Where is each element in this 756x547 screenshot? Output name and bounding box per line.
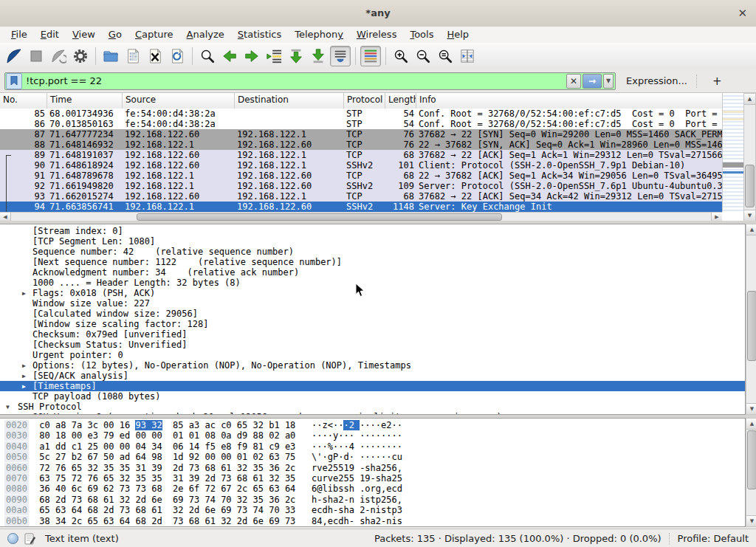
- packet-row-88[interactable]: 8871.648146932192.168.122.1192.168.122.6…: [0, 140, 722, 150]
- detail-line[interactable]: TCP payload (1080 bytes): [0, 391, 745, 402]
- scrollbar-thumb[interactable]: [137, 213, 502, 221]
- packet-row-85[interactable]: 8568.001734936fe:54:00:d4:38:2aSTP54Conf…: [0, 109, 722, 119]
- find-packet-button[interactable]: [197, 46, 218, 66]
- display-filter-field[interactable]: ✕ → ▼: [4, 72, 616, 90]
- collapse-icon[interactable]: ▼: [6, 402, 10, 412]
- scroll-down-icon[interactable]: ▼: [746, 515, 756, 526]
- detail-line[interactable]: Checksum: 0x79ed [unverified]: [0, 329, 745, 340]
- filter-dropdown-icon[interactable]: ▼: [603, 74, 614, 89]
- packet-row-92[interactable]: 9271.661949820192.168.122.1192.168.122.6…: [0, 181, 722, 191]
- hex-line[interactable]: 0020 c0 a8 7a 3c 00 16 93 32 85 a3 ac c0…: [4, 420, 745, 430]
- expand-icon[interactable]: ▶: [22, 361, 26, 371]
- menu-analyze[interactable]: Analyze: [180, 27, 231, 43]
- zoom-original-button[interactable]: [435, 46, 456, 66]
- open-file-button[interactable]: [100, 46, 121, 66]
- go-back-button[interactable]: [219, 46, 240, 66]
- zoom-out-button[interactable]: [413, 46, 433, 66]
- detail-line[interactable]: ▶[Timestamps]: [0, 381, 745, 391]
- expert-note-icon[interactable]: [24, 533, 36, 545]
- scroll-down-icon[interactable]: ▼: [746, 403, 756, 414]
- scroll-down-icon[interactable]: ▼: [744, 210, 755, 221]
- detail-line[interactable]: [Next sequence number: 1122 (relative se…: [0, 257, 745, 267]
- expand-icon[interactable]: ▶: [22, 289, 26, 298]
- packet-list-header[interactable]: No.TimeSourceDestinationProtocolLengthIn…: [0, 93, 722, 109]
- go-first-button[interactable]: [286, 46, 306, 66]
- details-vertical-scrollbar[interactable]: ▲ ▼: [746, 224, 756, 415]
- filter-apply-icon[interactable]: →: [583, 74, 602, 89]
- hex-line[interactable]: 0090 68 2d 73 68 61 32 2d 6e 69 73 74 70…: [4, 495, 745, 505]
- packet-row-93[interactable]: 9371.662015274192.168.122.60192.168.122.…: [0, 191, 722, 202]
- reload-file-button[interactable]: [167, 46, 188, 66]
- title-bar[interactable]: *any ✕: [0, 0, 756, 27]
- display-filter-input[interactable]: [23, 74, 566, 89]
- packet-row-94[interactable]: 9471.663856741192.168.122.1192.168.122.6…: [0, 202, 722, 212]
- go-forward-button[interactable]: [241, 46, 262, 66]
- packet-row-90[interactable]: 9071.648618924192.168.122.60192.168.122.…: [0, 160, 722, 171]
- profile-text[interactable]: Profile: Default: [678, 533, 749, 544]
- hex-line[interactable]: 0070 63 75 72 76 65 32 35 35 31 39 2d 73…: [4, 473, 745, 484]
- menu-telephony[interactable]: Telephony: [288, 27, 350, 43]
- menu-edit[interactable]: Edit: [34, 27, 66, 43]
- menu-wireless[interactable]: Wireless: [350, 27, 403, 43]
- detail-line[interactable]: Sequence number: 42 (relative sequence n…: [0, 247, 745, 257]
- expand-icon[interactable]: ▶: [22, 382, 26, 391]
- menu-tools[interactable]: Tools: [403, 27, 440, 43]
- hex-line[interactable]: 0040 a1 dd c1 25 00 00 04 34 06 14 f5 e8…: [4, 441, 745, 452]
- close-file-button[interactable]: [145, 46, 165, 66]
- restart-capture-button[interactable]: [48, 46, 69, 66]
- detail-line[interactable]: Window size value: 227: [0, 298, 745, 309]
- scrollbar-thumb[interactable]: [745, 165, 755, 207]
- start-capture-button[interactable]: [4, 46, 24, 66]
- auto-scroll-button[interactable]: [330, 46, 351, 66]
- menu-help[interactable]: Help: [440, 27, 475, 43]
- menu-file[interactable]: File: [4, 27, 34, 43]
- detail-line[interactable]: ▶Flags: 0x018 (PSH, ACK): [0, 288, 745, 298]
- packet-row-89[interactable]: 8971.648191037192.168.122.60192.168.122.…: [0, 150, 722, 160]
- menu-statistics[interactable]: Statistics: [231, 27, 288, 43]
- add-filter-button[interactable]: +: [707, 75, 728, 88]
- detail-line[interactable]: ▼SSH Protocol: [0, 402, 745, 412]
- hex-line[interactable]: 00a0 65 63 64 68 2d 73 68 61 32 2d 6e 69…: [4, 505, 745, 515]
- go-last-button[interactable]: [308, 46, 329, 66]
- capture-status-icon[interactable]: [7, 533, 18, 544]
- hex-line[interactable]: 0080 36 40 6c 69 62 73 73 68 2e 6f 72 67…: [4, 484, 745, 494]
- detail-line[interactable]: [Window size scaling factor: 128]: [0, 319, 745, 329]
- column-header-time[interactable]: Time: [47, 93, 123, 109]
- filter-bookmark-icon[interactable]: [6, 73, 22, 89]
- resize-columns-button[interactable]: [457, 46, 478, 66]
- packet-row-91[interactable]: 9171.648789678192.168.122.1192.168.122.6…: [0, 171, 722, 181]
- detail-line[interactable]: [Stream index: 0]: [0, 226, 745, 236]
- stop-capture-button[interactable]: [26, 46, 47, 66]
- close-window-icon[interactable]: ✕: [738, 0, 747, 27]
- scrollbar-thumb[interactable]: [747, 291, 756, 361]
- hex-line[interactable]: 0060 72 76 65 32 35 35 31 39 2d 73 68 61…: [4, 463, 745, 473]
- detail-line[interactable]: ▶Options: (12 bytes), No-Operation (NOP)…: [0, 360, 745, 371]
- detail-line[interactable]: Urgent pointer: 0: [0, 350, 745, 360]
- go-to-packet-button[interactable]: [264, 46, 284, 66]
- hex-line[interactable]: 00b0 38 34 2c 65 63 64 68 2d 73 68 61 32…: [4, 516, 745, 526]
- hex-line[interactable]: 0050 5c 27 b2 67 50 ad 64 98 1d 92 00 00…: [4, 452, 745, 462]
- column-header-destination[interactable]: Destination: [235, 93, 344, 109]
- capture-options-button[interactable]: [70, 46, 91, 66]
- detail-line[interactable]: Acknowledgment number: 34 (relative ack …: [0, 267, 745, 278]
- scrollbar-thumb[interactable]: [747, 430, 756, 489]
- bytes-vertical-scrollbar[interactable]: ▲ ▼: [746, 418, 756, 527]
- intelligent-scrollbar-minimap[interactable]: [722, 93, 743, 212]
- detail-line[interactable]: ▶[SEQ/ACK analysis]: [0, 371, 745, 381]
- detail-line[interactable]: [Calculated window size: 29056]: [0, 309, 745, 319]
- detail-line[interactable]: 1000 .... = Header Length: 32 bytes (8): [0, 278, 745, 288]
- column-header-length[interactable]: Length: [385, 93, 416, 109]
- column-header-source[interactable]: Source: [123, 93, 235, 109]
- save-file-button[interactable]: 010101100111: [123, 46, 143, 66]
- detail-line[interactable]: [Checksum Status: Unverified]: [0, 340, 745, 350]
- hex-line[interactable]: 0030 80 18 00 e3 79 ed 00 00 01 01 08 0a…: [4, 430, 745, 441]
- column-header-info[interactable]: Info: [416, 93, 722, 109]
- detail-line[interactable]: [TCP Segment Len: 1080]: [0, 236, 745, 247]
- packet-row-86[interactable]: 8670.013850163fe:54:00:d4:38:2aSTP54Conf…: [0, 119, 722, 129]
- column-header-no[interactable]: No.: [0, 93, 47, 109]
- expression-button[interactable]: Expression...: [626, 75, 687, 86]
- packet-list-vertical-scrollbar[interactable]: ▲ ▼: [743, 93, 756, 221]
- menu-capture[interactable]: Capture: [128, 27, 180, 43]
- menu-go[interactable]: Go: [102, 27, 128, 43]
- zoom-in-button[interactable]: [391, 46, 411, 66]
